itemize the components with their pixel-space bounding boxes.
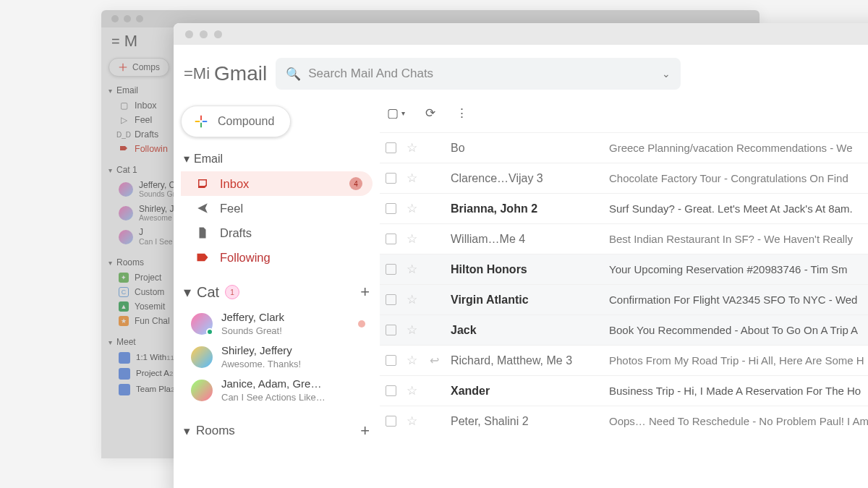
compose-label: Compound [218,115,274,128]
message-sender: Bo [451,142,599,155]
menu-icon[interactable]: =Mi [184,64,210,83]
inbox-icon: ▢ [119,100,129,111]
nav-label: Inbox [220,177,249,191]
row-checkbox[interactable] [386,385,396,396]
message-sender: Xander [451,385,599,398]
nav-label: Drafts [220,226,252,240]
row-checkbox[interactable] [386,294,396,305]
row-checkbox[interactable] [386,325,396,335]
row-checkbox[interactable] [386,173,396,184]
message-sender: Brianna, John 2 [451,202,599,215]
nav-following[interactable]: Following [181,245,373,270]
gmail-logo: =Mi Gmail [184,62,267,85]
message-sender: William…Me 4 [451,233,599,246]
traffic-light-dot[interactable] [200,30,208,38]
room-icon: C [119,287,129,297]
row-checkbox[interactable] [386,142,396,153]
message-row[interactable]: ☆Brianna, John 2Surf Sunday? - Great. Le… [380,193,868,223]
star-icon[interactable]: ☆ [407,171,417,186]
chat-item[interactable]: Janice, Adam, Gre…Can I See Actions Like… [181,374,373,407]
nav-label: Following [220,251,271,265]
chat-item[interactable]: Jeffery, ClarkSounds Great! [181,307,373,341]
star-icon[interactable]: ☆ [407,262,417,277]
message-sender: Jack [451,324,599,337]
back-compose-label: Comps [132,62,160,72]
star-icon[interactable]: ☆ [407,292,417,307]
refresh-button[interactable]: ⟳ [425,106,435,121]
message-row[interactable]: ☆Virgin AtlanticConfirmation For Flight … [380,284,868,314]
menu-icon: = [111,33,117,50]
room-icon: ▲ [119,301,129,312]
chat-snippet: Sounds Great! [221,325,282,336]
row-checkbox[interactable] [386,234,396,244]
select-all-checkbox[interactable]: ▢▾ [387,106,405,121]
message-row[interactable]: ☆↩Richard, Matthew, Me 3Photos From My R… [380,345,868,375]
message-sender: Richard, Matthew, Me 3 [451,354,599,367]
row-checkbox[interactable] [386,416,396,427]
more-menu-button[interactable]: ⋮ [456,106,468,121]
chat-badge: 1 [225,285,239,299]
search-icon: 🔍 [286,67,301,82]
message-subject: Greece Planning/vacation Recommendations… [609,142,868,154]
message-subject: Chocolate Factory Tour - Congratulations… [609,172,868,184]
chat-item[interactable]: Shirley, JefferyAwesome. Thanks! [181,341,373,374]
presence-indicator [206,328,213,335]
inbox-icon [195,176,210,191]
reply-icon: ↩ [427,354,441,367]
nav-inbox[interactable]: Inbox 4 [181,171,373,196]
star-icon[interactable]: ☆ [407,140,417,155]
draft-icon: D_D [119,129,129,140]
search-input[interactable]: 🔍 Search Mail And Chats ⌄ [276,58,681,90]
message-sender: Virgin Atlantic [451,294,599,307]
star-icon[interactable]: ☆ [407,231,417,247]
avatar [191,346,213,368]
traffic-light-dot[interactable] [214,30,222,38]
message-subject: Photos From My Road Trip - Hi All, Here … [609,354,868,367]
compose-button[interactable]: Compound [181,106,291,137]
add-chat-button[interactable]: + [360,283,370,301]
message-row[interactable]: ☆XanderBusiness Trip - Hi, I Made A Rese… [380,375,868,406]
chat-section-header[interactable]: ▾ Cat 1 + [184,283,370,301]
top-bar: =Mi Gmail 🔍 Search Mail And Chats ⌄ [174,45,868,103]
calendar-icon [119,352,130,364]
star-icon[interactable]: ☆ [407,201,417,216]
plus-icon [118,62,128,72]
sidebar: Compound ▾ Email Inbox 4 Feel Drafts [174,103,380,488]
chat-snippet: Awesome. Thanks! [221,359,301,369]
calendar-icon [119,368,130,380]
row-checkbox[interactable] [386,355,396,366]
traffic-light-dot [111,15,119,22]
email-section-header[interactable]: ▾ Email [184,152,373,166]
add-room-button[interactable]: + [360,421,370,440]
message-row[interactable]: ☆Hilton HonorsYour Upcoming Reservation … [380,254,868,284]
list-toolbar: ▢▾ ⟳ ⋮ [380,103,868,132]
sent-icon [195,201,210,215]
message-sender: Clarence…Vijay 3 [451,172,599,185]
search-placeholder: Search Mail And Chats [308,67,433,81]
message-row[interactable]: ☆Peter, Shalini 2Oops… Need To Reschedul… [380,406,868,436]
star-icon[interactable]: ☆ [407,322,417,338]
sent-icon: ▷ [119,115,129,125]
star-icon[interactable]: ☆ [407,383,417,398]
chat-name: Jeffery, Clark [221,311,284,323]
nav-drafts[interactable]: Drafts [181,221,373,245]
chevron-down-icon[interactable]: ⌄ [662,68,671,80]
message-row[interactable]: ☆BoGreece Planning/vacation Recommendati… [380,132,868,163]
message-list: ▢▾ ⟳ ⋮ ☆BoGreece Planning/vacation Recom… [380,103,868,488]
nav-sent[interactable]: Feel [181,196,373,221]
star-icon[interactable]: ☆ [407,353,417,368]
traffic-light-dot[interactable] [185,30,193,38]
message-subject: Surf Sunday? - Great. Let's Meet At Jack… [609,202,868,215]
star-icon[interactable]: ☆ [407,414,417,429]
message-row[interactable]: ☆Clarence…Vijay 3Chocolate Factory Tour … [380,163,868,193]
rooms-section-header[interactable]: ▾ Rooms + [184,421,370,440]
message-row[interactable]: ☆William…Me 4Best Indian Restaurant In S… [380,223,868,254]
chat-snippet: Can I See Actions Like… [221,392,326,403]
message-row[interactable]: ☆JackBook You Recommended - About To Go … [380,314,868,345]
row-checkbox[interactable] [386,203,396,214]
avatar [119,206,133,221]
back-compose-button: Comps [109,58,169,77]
tag-icon [119,144,129,154]
row-checkbox[interactable] [386,264,396,275]
avatar [191,380,213,401]
